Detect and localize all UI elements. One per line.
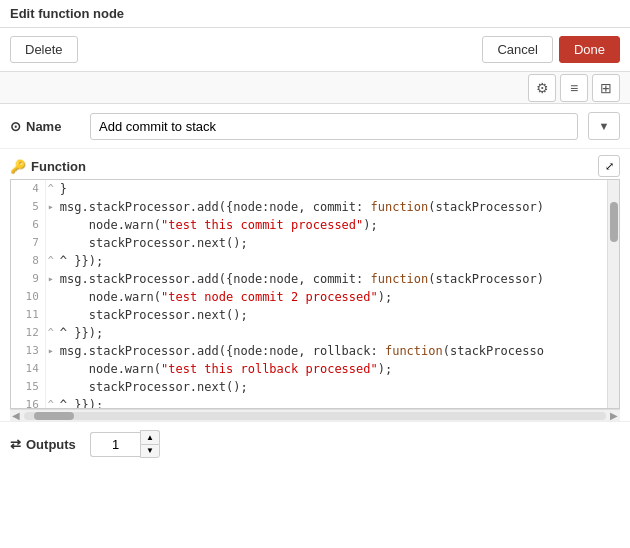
settings-tab-button[interactable]: ⚙: [528, 74, 556, 102]
table-row: 6 node.warn("test this commit processed"…: [11, 216, 619, 234]
line-number: 14: [11, 360, 45, 378]
code-editor[interactable]: 4^}5▸msg.stackProcessor.add({node:node, …: [10, 179, 620, 409]
name-input[interactable]: [90, 113, 578, 140]
fold-indicator: ▸: [45, 342, 56, 360]
text-tab-button[interactable]: ≡: [560, 74, 588, 102]
name-label-text: Name: [26, 119, 61, 134]
line-number: 11: [11, 306, 45, 324]
line-number: 7: [11, 234, 45, 252]
code-content: stackProcessor.next();: [56, 378, 619, 396]
line-number: 8: [11, 252, 45, 270]
chevron-down-icon: ▼: [599, 120, 610, 132]
spinner-buttons: ▲ ▼: [140, 430, 160, 458]
code-content: }: [56, 180, 619, 198]
code-content: ^ }});: [56, 252, 619, 270]
fold-indicator: ^: [45, 324, 56, 342]
line-number: 15: [11, 378, 45, 396]
tabs-row: ⚙ ≡ ⊞: [0, 72, 630, 104]
table-row: 11 stackProcessor.next();: [11, 306, 619, 324]
line-number: 10: [11, 288, 45, 306]
fold-indicator: ▸: [45, 198, 56, 216]
fold-indicator: [45, 306, 56, 324]
code-content: msg.stackProcessor.add({node:node, commi…: [56, 270, 619, 288]
fold-indicator: [45, 360, 56, 378]
scrollbar-container: ◀ ▶: [10, 409, 620, 421]
toolbar: Delete Cancel Done: [0, 28, 630, 72]
code-content: node.warn("test this rollback processed"…: [56, 360, 619, 378]
fold-indicator: [45, 378, 56, 396]
text-icon: ≡: [570, 80, 578, 96]
code-content: stackProcessor.next();: [56, 234, 619, 252]
table-row: 16^^ }});: [11, 396, 619, 408]
fold-indicator: ^: [45, 252, 56, 270]
line-number: 12: [11, 324, 45, 342]
grid-tab-button[interactable]: ⊞: [592, 74, 620, 102]
gear-icon: ⚙: [536, 80, 549, 96]
grid-icon: ⊞: [600, 80, 612, 96]
code-content: msg.stackProcessor.add({node:node, rollb…: [56, 342, 619, 360]
page-title: Edit function node: [10, 6, 124, 21]
key-icon: 🔑: [10, 159, 26, 174]
table-row: 15 stackProcessor.next();: [11, 378, 619, 396]
done-button[interactable]: Done: [559, 36, 620, 63]
code-content: msg.stackProcessor.add({node:node, commi…: [56, 198, 619, 216]
name-label: ⊙ Name: [10, 119, 80, 134]
table-row: 9▸msg.stackProcessor.add({node:node, com…: [11, 270, 619, 288]
code-table: 4^}5▸msg.stackProcessor.add({node:node, …: [11, 180, 619, 408]
line-number: 6: [11, 216, 45, 234]
table-row: 7 stackProcessor.next();: [11, 234, 619, 252]
line-number: 9: [11, 270, 45, 288]
cancel-button[interactable]: Cancel: [482, 36, 552, 63]
code-content: stackProcessor.next();: [56, 306, 619, 324]
fold-indicator: [45, 234, 56, 252]
line-number: 13: [11, 342, 45, 360]
outputs-label-text: Outputs: [26, 437, 76, 452]
fold-indicator: ^: [45, 396, 56, 408]
function-label-text: Function: [31, 159, 86, 174]
spinner-down-button[interactable]: ▼: [140, 444, 160, 458]
name-suffix-button[interactable]: ▼: [588, 112, 620, 140]
spinner-up-button[interactable]: ▲: [140, 430, 160, 444]
outputs-spinner: ▲ ▼: [90, 430, 160, 458]
table-row: 13▸msg.stackProcessor.add({node:node, ro…: [11, 342, 619, 360]
fold-indicator: [45, 288, 56, 306]
delete-button[interactable]: Delete: [10, 36, 78, 63]
vertical-scrollbar-thumb[interactable]: [610, 202, 618, 242]
function-label: 🔑 Function: [10, 159, 86, 174]
expand-button[interactable]: ⤢: [598, 155, 620, 177]
table-row: 5▸msg.stackProcessor.add({node:node, com…: [11, 198, 619, 216]
outputs-icon: ⇄: [10, 437, 21, 452]
function-section-header: 🔑 Function ⤢: [0, 149, 630, 179]
table-row: 4^}: [11, 180, 619, 198]
table-row: 8^^ }});: [11, 252, 619, 270]
fold-indicator: ▸: [45, 270, 56, 288]
tab-icons: ⚙ ≡ ⊞: [528, 74, 620, 102]
toolbar-right: Cancel Done: [482, 36, 620, 63]
title-bar: Edit function node: [0, 0, 630, 28]
scrollbar-thumb[interactable]: [34, 412, 74, 420]
horizontal-scrollbar[interactable]: ◀ ▶: [10, 409, 620, 421]
table-row: 12^^ }});: [11, 324, 619, 342]
code-content: node.warn("test node commit 2 processed"…: [56, 288, 619, 306]
scroll-right-arrow[interactable]: ▶: [606, 410, 618, 421]
vertical-scrollbar[interactable]: [607, 180, 619, 408]
outputs-section: ⇄ Outputs ▲ ▼: [0, 421, 630, 466]
table-row: 14 node.warn("test this rollback process…: [11, 360, 619, 378]
toolbar-left: Delete: [10, 36, 78, 63]
line-number: 5: [11, 198, 45, 216]
tab-input-field[interactable]: [10, 72, 528, 103]
scrollbar-track[interactable]: [24, 412, 606, 420]
fold-indicator: [45, 216, 56, 234]
fold-indicator: ^: [45, 180, 56, 198]
line-number: 16: [11, 396, 45, 408]
outputs-value[interactable]: [90, 432, 140, 457]
code-content: node.warn("test this commit processed");: [56, 216, 619, 234]
outputs-label: ⇄ Outputs: [10, 437, 80, 452]
expand-icon: ⤢: [605, 160, 614, 173]
table-row: 10 node.warn("test node commit 2 process…: [11, 288, 619, 306]
line-number: 4: [11, 180, 45, 198]
name-section: ⊙ Name ▼: [0, 104, 630, 149]
scroll-left-arrow[interactable]: ◀: [12, 410, 24, 421]
code-content: ^ }});: [56, 324, 619, 342]
code-scroll-area[interactable]: 4^}5▸msg.stackProcessor.add({node:node, …: [11, 180, 619, 408]
